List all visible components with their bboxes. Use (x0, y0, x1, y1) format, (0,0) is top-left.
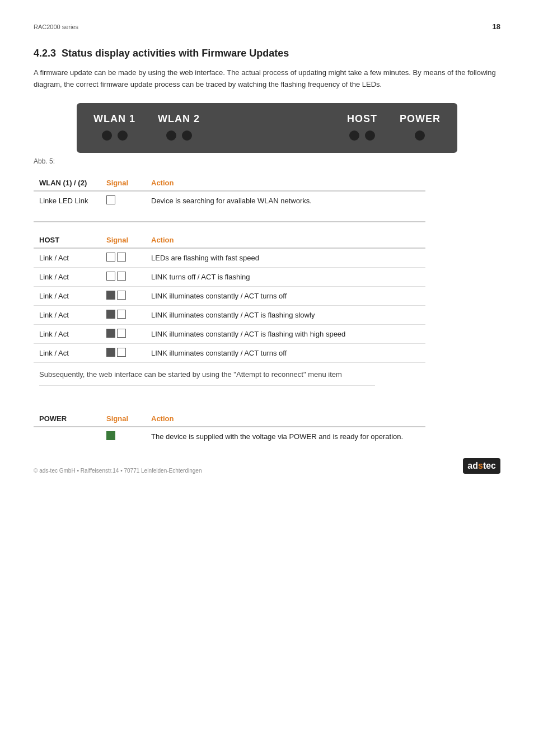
page-number: 18 (493, 22, 500, 31)
host-row-action: LINK illuminates constantly / ACT turns … (146, 286, 425, 305)
host-row-label: Link / Act (34, 286, 101, 305)
signal-icon-left-filled-3 (106, 329, 126, 338)
led-group-wlan2: WLAN 2 (158, 113, 200, 141)
wlan2-dot2 (182, 130, 192, 141)
table-row: Link / Act LINK turns off / ACT is flash… (34, 267, 425, 286)
host-row-signal (101, 343, 146, 362)
table-row: Link / Act LEDs are flashing with fast s… (34, 248, 425, 268)
power-label: POWER (400, 113, 441, 125)
logo-s-text: s (478, 461, 483, 471)
abb-label: Abb. 5: (34, 157, 500, 165)
logo-ads-text: ad (467, 461, 478, 471)
host-row-label: Link / Act (34, 324, 101, 343)
wlan1-dot2 (118, 130, 128, 141)
sig-box-left (106, 253, 115, 262)
sig-box-right (117, 272, 126, 281)
sig-box-left-filled (106, 348, 115, 357)
host-label: HOST (347, 113, 377, 125)
sig-box-left (106, 272, 115, 281)
footer: © ads-tec GmbH • Raiffeisenstr.14 • 7077… (0, 458, 534, 474)
host-row-signal (101, 248, 146, 268)
signal-icon-two-empty-1 (106, 253, 126, 262)
wlan1-label: WLAN 1 (93, 113, 135, 125)
series-label: RAC2000 series (34, 24, 78, 30)
host-row-action: LINK turns off / ACT is flashing (146, 267, 425, 286)
host-dot1 (349, 130, 359, 141)
power-row-signal (101, 427, 146, 446)
logo-tec-text: tec (483, 461, 496, 471)
led-diagram: WLAN 1 WLAN 2 HOST POWER (77, 103, 457, 153)
page: RAC2000 series 18 4.2.3 Status display a… (0, 0, 534, 491)
host-row-action: LINK illuminates constantly / ACT turns … (146, 343, 425, 362)
host-row-action: LINK illuminates constantly / ACT is fla… (146, 324, 425, 343)
intro-paragraph: A firmware update can be made by using t… (34, 67, 500, 91)
power-row-action: The device is supplied with the voltage … (146, 427, 425, 446)
host-row-signal (101, 305, 146, 324)
host-row-signal (101, 267, 146, 286)
host-dots (349, 130, 375, 141)
wlan-row-signal (101, 191, 146, 210)
signal-icon-two-empty-2 (106, 272, 126, 281)
section-heading: Status display activities with Firmware … (62, 48, 289, 59)
host-row-label: Link / Act (34, 305, 101, 324)
table-row: Link / Act LINK illuminates constantly /… (34, 305, 425, 324)
wlan-signal-header: Signal (101, 175, 146, 191)
led-group-host: HOST (347, 113, 377, 141)
host-row-action: LEDs are flashing with fast speed (146, 248, 425, 268)
led-group-wlan1: WLAN 1 (93, 113, 135, 141)
sig-box-green (106, 431, 115, 440)
table-row: Linke LED Link Device is searching for a… (34, 191, 425, 210)
wlan-row-action: Device is searching for available WLAN n… (146, 191, 425, 210)
host-signal-header: Signal (101, 232, 146, 248)
sig-box-right-empty (117, 348, 126, 357)
wlan-table: WLAN (1) / (2) Signal Action Linke LED L… (34, 175, 425, 210)
sig-box-right-empty (117, 329, 126, 338)
sig-box-right (117, 253, 126, 262)
signal-icon-single-empty (106, 195, 115, 204)
wlan2-dots (166, 130, 192, 141)
divider-wlan-host (34, 221, 425, 222)
wlan-row-label: Linke LED Link (34, 191, 101, 210)
sig-box-right-empty (117, 291, 126, 300)
wlan-col-header: WLAN (1) / (2) (34, 175, 101, 191)
header-bar: RAC2000 series 18 (34, 22, 500, 31)
host-row-signal (101, 286, 146, 305)
power-dot1 (415, 130, 425, 141)
table-row: Link / Act LINK illuminates constantly /… (34, 324, 425, 343)
power-action-header: Action (146, 411, 425, 427)
host-row-signal (101, 324, 146, 343)
sig-box-right-empty (117, 310, 126, 319)
reconnect-note: Subsequently, the web interface can be s… (39, 367, 375, 386)
host-row-action: LINK illuminates constantly / ACT is fla… (146, 305, 425, 324)
sig-box-left-filled (106, 291, 115, 300)
table-row: The device is supplied with the voltage … (34, 427, 425, 446)
power-table: POWER Signal Action The device is suppli… (34, 411, 425, 446)
copyright-text: © ads-tec GmbH • Raiffeisenstr.14 • 7077… (34, 468, 202, 474)
table-row: Link / Act LINK illuminates constantly /… (34, 343, 425, 362)
sig-box-left-filled (106, 310, 115, 319)
wlan2-dot1 (166, 130, 176, 141)
host-note: Subsequently, the web interface can be s… (34, 362, 425, 400)
section-title: 4.2.3 Status display activities with Fir… (34, 48, 500, 59)
power-col-header: POWER (34, 411, 101, 427)
host-action-header: Action (146, 232, 425, 248)
led-group-power: POWER (400, 113, 441, 141)
signal-icon-left-filled-1 (106, 291, 126, 300)
host-row-label: Link / Act (34, 343, 101, 362)
sig-box-empty (106, 195, 115, 204)
signal-icon-green (106, 431, 115, 440)
host-col-header: HOST (34, 232, 101, 248)
power-dots (415, 130, 425, 141)
section-number: 4.2.3 (34, 48, 56, 59)
wlan-action-header: Action (146, 175, 425, 191)
signal-icon-left-filled-2 (106, 310, 126, 319)
wlan2-label: WLAN 2 (158, 113, 200, 125)
host-row-label: Link / Act (34, 267, 101, 286)
power-signal-header: Signal (101, 411, 146, 427)
signal-icon-left-filled-4 (106, 348, 126, 357)
wlan1-dots (102, 130, 128, 141)
adstec-logo: ad s tec (463, 458, 500, 474)
wlan1-dot1 (102, 130, 112, 141)
host-table: HOST Signal Action Link / Act LEDs are f… (34, 232, 425, 400)
power-row-label (34, 427, 101, 446)
